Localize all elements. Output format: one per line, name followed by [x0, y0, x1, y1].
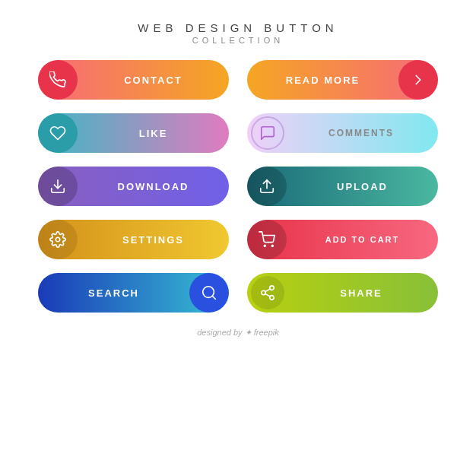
svg-line-6 — [212, 296, 215, 299]
settings-label: SETTINGS — [78, 234, 229, 246]
arrow-right-icon — [398, 60, 438, 100]
upload-icon — [247, 167, 287, 206]
upload-label: UPLOAD — [287, 181, 438, 192]
search-button[interactable]: SEARCH — [38, 273, 229, 313]
svg-line-11 — [265, 289, 270, 292]
contact-button[interactable]: CONTACT — [38, 60, 229, 100]
read-more-label: READ MORE — [247, 75, 398, 86]
download-button[interactable]: DOWNLOAD — [38, 167, 229, 206]
share-label: SHARE — [284, 287, 438, 299]
add-to-cart-label: ADD TO CART — [287, 235, 438, 244]
share-icon — [251, 276, 284, 309]
search-label: SEARCH — [38, 287, 189, 299]
svg-point-4 — [271, 245, 273, 246]
svg-point-2 — [56, 237, 60, 242]
cart-icon — [247, 220, 287, 259]
freepik-brand: ✦ freepik — [245, 328, 279, 337]
comments-button[interactable]: COMMENTS — [247, 113, 438, 153]
footer: designed by ✦ freepik — [197, 328, 278, 338]
search-icon — [189, 273, 229, 313]
like-label: LIKE — [78, 128, 229, 139]
share-button[interactable]: SHARE — [247, 273, 438, 313]
like-button[interactable]: LIKE — [38, 113, 229, 153]
contact-label: CONTACT — [78, 75, 229, 86]
svg-line-10 — [265, 294, 270, 297]
phone-icon — [38, 60, 78, 100]
page-title: WEB DESIGN BUTTON — [138, 21, 338, 34]
page-header: WEB DESIGN BUTTON COLLECTION — [138, 21, 338, 45]
settings-button[interactable]: SETTINGS — [38, 220, 229, 259]
gear-icon — [38, 220, 78, 259]
page-subtitle: COLLECTION — [138, 36, 338, 45]
svg-point-3 — [264, 245, 265, 246]
download-icon — [38, 167, 78, 206]
chat-icon — [251, 116, 284, 150]
add-to-cart-button[interactable]: ADD TO CART — [247, 220, 438, 259]
download-label: DOWNLOAD — [78, 181, 229, 192]
footer-text: designed by — [197, 328, 242, 337]
buttons-grid: CONTACT READ MORE LIKE COMMENTS DOWNLOAD… — [0, 60, 476, 313]
upload-button[interactable]: UPLOAD — [247, 167, 438, 206]
comments-label: COMMENTS — [284, 128, 438, 138]
read-more-button[interactable]: READ MORE — [247, 60, 438, 100]
heart-icon — [38, 113, 78, 153]
